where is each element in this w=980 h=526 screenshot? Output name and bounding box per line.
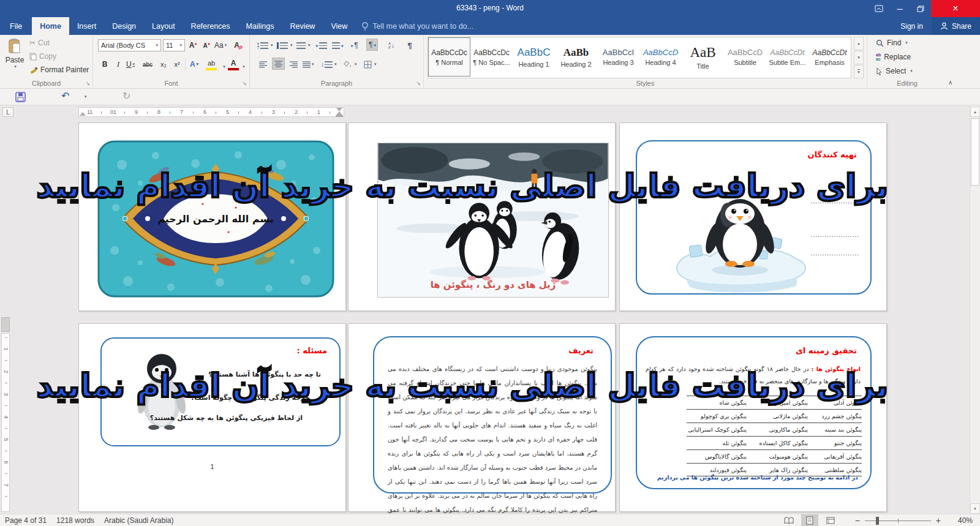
copy-button[interactable]: Copy xyxy=(29,52,56,61)
document-page-3[interactable]: تهیه کنندگان xyxy=(619,122,887,311)
zoom-in-button[interactable]: + xyxy=(931,514,946,526)
decrease-indent-button[interactable]: ▸ xyxy=(316,39,327,51)
justify-button[interactable]: ▾ xyxy=(303,58,314,70)
page-indicator[interactable]: Page 4 of 31 xyxy=(0,514,51,526)
line-spacing-button[interactable]: ↕▾ xyxy=(321,58,337,70)
font-size-combobox[interactable]: 11 ▾ xyxy=(163,39,185,51)
font-dialog-launcher[interactable]: ↘ xyxy=(242,80,247,86)
increase-indent-button[interactable]: ◂ xyxy=(332,39,343,51)
strikethrough-button[interactable]: abc xyxy=(142,58,153,70)
style-title[interactable]: AaBTitle xyxy=(682,37,724,77)
read-mode-button[interactable] xyxy=(780,514,797,526)
select-button[interactable]: Select▾ xyxy=(876,67,913,75)
bullets-button[interactable]: ▾ xyxy=(257,39,273,51)
tab-mailings[interactable]: Mailings xyxy=(238,17,282,35)
align-left-button[interactable] xyxy=(257,58,268,70)
style-heading1[interactable]: AaBbCHeading 1 xyxy=(513,37,555,77)
paragraph-dialog-launcher[interactable]: ↘ xyxy=(416,80,421,86)
style-emphasis[interactable]: AaBbCcDtEmphasis xyxy=(809,37,851,77)
undo-caret-button[interactable]: ▾ xyxy=(85,94,87,99)
right-indent-marker[interactable] xyxy=(336,115,343,117)
tab-design[interactable]: Design xyxy=(104,17,144,35)
web-layout-button[interactable] xyxy=(822,514,839,526)
zoom-slider-thumb[interactable] xyxy=(876,517,879,525)
print-layout-button[interactable] xyxy=(801,514,818,526)
share-button[interactable]: Share xyxy=(932,17,980,35)
document-page-6[interactable]: تحقیق زمینه ای انواع پنگوئن ها : در حال … xyxy=(619,323,887,512)
tab-view[interactable]: View xyxy=(323,17,355,35)
vertical-ruler[interactable]: 1 2 3 4 5 6 7 xyxy=(1,333,10,512)
restore-button[interactable] xyxy=(910,0,931,17)
styles-scroll-up-button[interactable]: ▴ xyxy=(854,37,864,50)
ltr-direction-button[interactable]: ▸¶ xyxy=(349,39,360,51)
paste-button[interactable]: Paste ▾ xyxy=(4,38,26,69)
tab-home[interactable]: Home xyxy=(32,17,69,35)
sort-button[interactable]: AZ ↓ xyxy=(386,39,397,51)
tab-insert[interactable]: Insert xyxy=(69,17,104,35)
minimize-button[interactable]: ─ xyxy=(889,0,910,17)
word-count[interactable]: 1218 words xyxy=(51,514,99,526)
scroll-up-button[interactable]: ▴ xyxy=(970,107,980,117)
redo-button[interactable]: ↻ xyxy=(123,90,130,102)
document-page-4[interactable]: مسئله : تا چه حد با پنگوئن ها آشنا هستید… xyxy=(78,323,346,512)
font-color-caret-button[interactable]: ▾ xyxy=(238,61,249,73)
change-case-button[interactable]: Aa▾ xyxy=(214,39,227,51)
borders-button[interactable]: ▾ xyxy=(364,58,377,70)
style-heading4[interactable]: AaBbCcDHeading 4 xyxy=(639,37,682,77)
tab-review[interactable]: Review xyxy=(282,17,323,35)
find-button[interactable]: Find▾ xyxy=(876,39,908,47)
style-normal[interactable]: AaBbCcDc¶ Normal xyxy=(428,37,470,77)
document-page-2[interactable]: ژیل های دو رنگ ، پنگوئن ها xyxy=(348,122,616,311)
vertical-scrollbar[interactable]: ▴ ▾ xyxy=(970,105,980,514)
multilevel-list-button[interactable]: ▾ xyxy=(296,39,311,51)
horizontal-ruler[interactable]: 11 01 9 8 7 6 5 4 3 2 1 xyxy=(78,107,344,117)
zoom-out-button[interactable]: − xyxy=(850,514,865,526)
highlight-color-button[interactable]: ab xyxy=(206,58,217,70)
style-heading3[interactable]: AaBbCcIHeading 3 xyxy=(597,37,639,77)
bold-button[interactable]: B xyxy=(99,58,110,70)
styles-more-button[interactable]: ▾ xyxy=(854,65,864,78)
style-subtitle[interactable]: AaBbCcDSubtitle xyxy=(724,37,766,77)
document-page-5[interactable]: تعریف پنگوئن موجودی زیبا و دوست داشتنی ا… xyxy=(348,323,616,512)
close-button[interactable]: × xyxy=(931,0,980,17)
clear-formatting-button[interactable]: A xyxy=(233,39,244,51)
left-indent-marker[interactable] xyxy=(80,112,86,116)
subscript-button[interactable]: x₂ xyxy=(158,58,169,70)
shading-button[interactable]: ▾ xyxy=(343,58,357,70)
shrink-font-button[interactable]: A▾ xyxy=(201,39,212,51)
tell-me-search[interactable]: Tell me what you want to do... xyxy=(355,17,480,35)
numbering-button[interactable]: ▾ xyxy=(277,39,293,51)
tab-layout[interactable]: Layout xyxy=(144,17,183,35)
style-subtle-emphasis[interactable]: AaBbCcDtSubtle Em... xyxy=(766,37,809,77)
superscript-button[interactable]: x² xyxy=(172,58,183,70)
style-heading2[interactable]: AaBbHeading 2 xyxy=(555,37,597,77)
tab-stop-selector[interactable]: L xyxy=(2,107,13,117)
document-page-1[interactable]: بسم الله الرحمن الرحیم xyxy=(78,122,346,311)
font-name-combobox[interactable]: Arial (Body CS ▾ xyxy=(98,39,161,51)
show-hide-pilcrow-button[interactable]: ¶ xyxy=(404,39,415,51)
style-no-spacing[interactable]: AaBbCcDc¶ No Spac... xyxy=(470,37,513,77)
tab-file[interactable]: File xyxy=(0,17,32,35)
clipboard-dialog-launcher[interactable]: ↘ xyxy=(85,80,90,86)
align-center-button[interactable] xyxy=(272,58,285,70)
text-effects-button[interactable]: A▾ xyxy=(189,58,200,70)
zoom-slider[interactable] xyxy=(865,514,931,526)
zoom-level[interactable]: 40% xyxy=(946,514,978,526)
scroll-down-button[interactable]: ▾ xyxy=(970,503,980,514)
underline-button[interactable]: U▾ xyxy=(125,58,136,70)
save-button[interactable] xyxy=(15,92,26,105)
rtl-direction-button[interactable]: ¶◂ xyxy=(366,39,378,51)
cut-button[interactable]: ✂Cut xyxy=(29,39,50,47)
sign-in-button[interactable]: Sign in xyxy=(892,20,932,32)
language-indicator[interactable]: Arabic (Saudi Arabia) xyxy=(99,514,178,526)
styles-scroll-down-button[interactable]: ▾ xyxy=(854,51,864,64)
undo-button[interactable]: ↶ xyxy=(61,90,69,102)
tab-references[interactable]: References xyxy=(183,17,238,35)
replace-button[interactable]: abac Replace xyxy=(876,53,911,61)
scrollbar-thumb[interactable] xyxy=(971,118,979,186)
ribbon-display-options-button[interactable] xyxy=(869,0,889,17)
format-painter-button[interactable]: Format Painter xyxy=(29,66,89,74)
grow-font-button[interactable]: A▴ xyxy=(187,39,198,51)
align-right-button[interactable] xyxy=(288,58,299,70)
collapse-ribbon-button[interactable]: ∧ xyxy=(948,79,952,86)
